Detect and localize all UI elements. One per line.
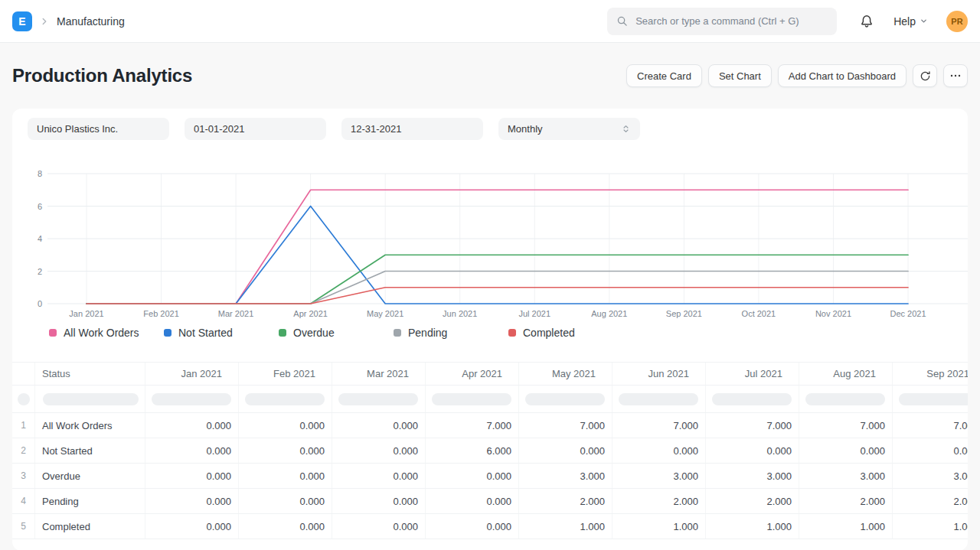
column-filter-input[interactable] xyxy=(525,393,605,405)
column-header-jan-2021[interactable]: Jan 2021 xyxy=(145,363,239,385)
refresh-button[interactable] xyxy=(913,64,937,87)
table-row[interactable]: 2Not Started0.0000.0000.0006.0000.0000.0… xyxy=(12,438,968,464)
column-filter-input[interactable] xyxy=(43,393,139,405)
value-cell: 3.000 xyxy=(706,464,799,488)
column-filter-input[interactable] xyxy=(245,393,325,405)
svg-text:Apr 2021: Apr 2021 xyxy=(293,309,328,318)
column-header-mar-2021[interactable]: Mar 2021 xyxy=(332,363,426,385)
create-card-button[interactable]: Create Card xyxy=(626,64,702,87)
to-date-filter[interactable] xyxy=(341,118,483,140)
add-chart-to-dashboard-button[interactable]: Add Chart to Dashboard xyxy=(778,64,906,87)
svg-text:6: 6 xyxy=(38,202,42,211)
filter-cell xyxy=(612,386,706,412)
search-input[interactable] xyxy=(634,15,828,28)
topbar-right: Help PR xyxy=(607,8,968,35)
column-header-jun-2021[interactable]: Jun 2021 xyxy=(612,363,706,385)
svg-text:Aug 2021: Aug 2021 xyxy=(591,309,627,318)
filter-cell xyxy=(893,386,968,412)
app-logo-letter: E xyxy=(18,15,25,28)
avatar[interactable]: PR xyxy=(946,11,968,32)
svg-text:0: 0 xyxy=(38,299,42,308)
breadcrumb[interactable]: Manufacturing xyxy=(57,15,125,28)
value-cell: 7.000 xyxy=(426,413,519,438)
table-row[interactable]: 5Completed0.0000.0000.0000.0001.0001.000… xyxy=(12,514,968,539)
svg-text:Jul 2021: Jul 2021 xyxy=(518,309,550,318)
filters-bar: Monthly xyxy=(12,109,968,140)
value-cell: 1.000 xyxy=(799,514,893,539)
table-header-row: StatusJan 2021Feb 2021Mar 2021Apr 2021Ma… xyxy=(12,363,968,386)
legend-label: Not Started xyxy=(178,327,233,339)
svg-text:Jan 2021: Jan 2021 xyxy=(69,309,103,318)
topbar: E Manufacturing Help xyxy=(0,0,980,43)
column-header-apr-2021[interactable]: Apr 2021 xyxy=(426,363,519,385)
set-chart-button[interactable]: Set Chart xyxy=(708,64,772,87)
value-cell: 3.000 xyxy=(893,464,968,488)
value-cell: 0.000 xyxy=(145,489,239,513)
status-cell: Completed xyxy=(35,514,145,539)
range-select[interactable]: Monthly xyxy=(498,118,640,140)
value-cell: 7.000 xyxy=(519,413,612,438)
column-header-aug-2021[interactable]: Aug 2021 xyxy=(799,363,893,385)
value-cell: 0.000 xyxy=(239,464,332,488)
svg-text:4: 4 xyxy=(38,234,42,243)
column-filter-input[interactable] xyxy=(899,393,968,405)
value-cell: 0.000 xyxy=(332,438,426,463)
filter-cell xyxy=(426,386,519,412)
table-filter-row xyxy=(12,386,968,413)
status-cell: All Work Orders xyxy=(35,413,145,438)
value-cell: 0.000 xyxy=(426,514,519,539)
column-filter-input[interactable] xyxy=(338,393,418,405)
value-cell: 0.000 xyxy=(145,438,239,463)
column-filter-input[interactable] xyxy=(18,393,30,405)
column-filter-input[interactable] xyxy=(152,393,231,405)
legend-item-completed[interactable]: Completed xyxy=(508,327,623,339)
value-cell: 0.000 xyxy=(426,489,519,513)
filter-cell xyxy=(519,386,612,412)
page-header: Production Analytics Create CardSet Char… xyxy=(0,43,980,109)
legend-item-overdue[interactable]: Overdue xyxy=(279,327,394,339)
column-header-may-2021[interactable]: May 2021 xyxy=(519,363,612,385)
column-header-jul-2021[interactable]: Jul 2021 xyxy=(706,363,799,385)
company-filter[interactable] xyxy=(28,118,169,140)
value-cell: 7.000 xyxy=(799,413,893,438)
value-cell: 0.000 xyxy=(239,489,332,513)
status-cell: Pending xyxy=(35,489,145,513)
chevron-down-icon xyxy=(920,17,928,25)
global-search[interactable] xyxy=(607,8,837,35)
column-header-status[interactable]: Status xyxy=(35,363,145,385)
legend-item-pending[interactable]: Pending xyxy=(394,327,508,339)
notifications-button[interactable] xyxy=(857,11,877,31)
value-cell: 0.000 xyxy=(145,413,239,438)
range-select-value: Monthly xyxy=(508,123,543,135)
svg-text:2: 2 xyxy=(38,267,42,276)
legend-item-not-started[interactable]: Not Started xyxy=(164,327,279,339)
table-row[interactable]: 3Overdue0.0000.0000.0000.0003.0003.0003.… xyxy=(12,464,968,489)
svg-text:May 2021: May 2021 xyxy=(367,309,403,318)
table-row[interactable]: 4Pending0.0000.0000.0000.0002.0002.0002.… xyxy=(12,489,968,514)
table-row[interactable]: 1All Work Orders0.0000.0000.0007.0007.00… xyxy=(12,413,968,438)
legend-dot xyxy=(394,329,401,337)
value-cell: 1.000 xyxy=(519,514,612,539)
value-cell: 6.000 xyxy=(426,438,519,463)
app-logo[interactable]: E xyxy=(12,11,32,31)
production-analytics-line-chart: Jan 2021Feb 2021Mar 2021Apr 2021May 2021… xyxy=(24,161,968,322)
column-header-feb-2021[interactable]: Feb 2021 xyxy=(239,363,332,385)
column-filter-input[interactable] xyxy=(619,393,698,405)
filter-cell xyxy=(239,386,332,412)
row-number: 4 xyxy=(12,489,35,513)
select-chevrons-icon xyxy=(621,124,631,134)
value-cell: 0.000 xyxy=(893,438,968,463)
column-filter-input[interactable] xyxy=(805,393,885,405)
legend-dot xyxy=(279,329,286,337)
value-cell: 1.000 xyxy=(706,514,799,539)
legend-item-all-work-orders[interactable]: All Work Orders xyxy=(49,327,164,339)
filter-cell xyxy=(706,386,799,412)
more-menu-button[interactable] xyxy=(943,64,968,87)
column-header-sep-2021[interactable]: Sep 2021 xyxy=(893,363,968,385)
help-menu[interactable]: Help xyxy=(893,15,928,28)
column-filter-input[interactable] xyxy=(712,393,792,405)
legend-label: Completed xyxy=(523,327,575,339)
value-cell: 2.000 xyxy=(799,489,893,513)
from-date-filter[interactable] xyxy=(185,118,326,140)
column-filter-input[interactable] xyxy=(432,393,511,405)
